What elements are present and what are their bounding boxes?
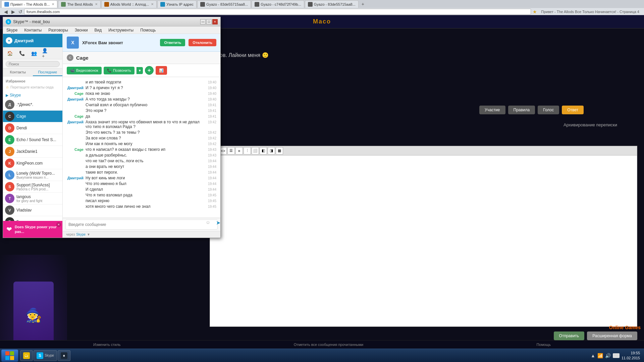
taskbar-file-manager[interactable]: 🗂 bbox=[20, 350, 33, 361]
chat-input[interactable] bbox=[65, 220, 218, 230]
add-participant-button[interactable]: + bbox=[145, 66, 154, 75]
contact-support[interactable]: S Support [SunAcss] Работа с PSN prod... bbox=[3, 181, 62, 193]
skype-footer-link[interactable]: Skype bbox=[76, 233, 86, 236]
call-dropdown-button[interactable]: ▼ bbox=[137, 67, 143, 74]
tab-4[interactable]: Узнать IP адрес bbox=[157, 0, 197, 8]
contact-jack[interactable]: J JackDanie1 bbox=[3, 146, 62, 158]
editor-btn-5[interactable]: ⋮ bbox=[244, 147, 251, 155]
video-call-button[interactable]: 📹 Видеозвонок bbox=[67, 67, 102, 74]
search-input[interactable] bbox=[6, 61, 60, 67]
msg-row-10: Или как я понять не могу 19:42 bbox=[67, 141, 216, 146]
editor-btn-3[interactable]: ☰ bbox=[227, 147, 235, 155]
send-button[interactable]: Отправить bbox=[554, 331, 585, 340]
skype-dropdown-icon[interactable]: ▼ bbox=[87, 233, 90, 236]
menu-conversations[interactable]: Разговоры bbox=[47, 27, 69, 33]
editor-body[interactable] bbox=[210, 156, 637, 326]
avatar-jack: J bbox=[5, 147, 14, 156]
tab-contacts[interactable]: Контакты bbox=[3, 69, 33, 76]
editor-btn-9[interactable]: ▦ bbox=[276, 147, 283, 155]
emoji-button[interactable]: ☺ bbox=[206, 220, 210, 225]
flag-ru[interactable]: RU bbox=[613, 353, 620, 358]
call-answer-button[interactable]: Ответить bbox=[160, 39, 185, 46]
contact-denis[interactable]: Д .*Денис*. bbox=[3, 99, 62, 111]
call-icon[interactable]: 📞 bbox=[18, 49, 26, 57]
action-btn-rules[interactable]: Правила bbox=[508, 106, 535, 114]
contact-king[interactable]: K KingPeon.com bbox=[3, 158, 62, 169]
maximize-button[interactable]: □ bbox=[206, 19, 212, 24]
back-button[interactable]: ◀ bbox=[2, 9, 9, 15]
tab-1[interactable]: Привет - The Allods B... ✕ bbox=[1, 0, 57, 8]
phone-icon: 📞 bbox=[107, 68, 112, 73]
tab-6[interactable]: Gyazo - c748d72f749b... bbox=[252, 0, 304, 8]
editor-btn-4[interactable]: ≡ bbox=[235, 147, 243, 155]
close-button[interactable]: ✕ bbox=[212, 19, 218, 24]
tab-3[interactable]: Allods World :: Аллод... ✕ bbox=[101, 0, 157, 8]
msg-text-14: а они врать не могут bbox=[86, 164, 206, 169]
msg-row-8: Это что месть ? за те темы ? 19:42 bbox=[67, 130, 216, 135]
menu-tools[interactable]: Инструменты bbox=[107, 27, 135, 33]
forward-button[interactable]: ▶ bbox=[9, 9, 17, 15]
msg-text-1: И ? а причен тут я ? bbox=[86, 85, 206, 90]
contact-dendi[interactable]: D Dendi bbox=[3, 122, 62, 134]
taskbar-steam[interactable]: ♦ bbox=[58, 350, 70, 361]
action-btn-participate[interactable]: Участие bbox=[479, 106, 505, 114]
contact-cage[interactable]: C Cage bbox=[3, 111, 62, 122]
menu-calls[interactable]: Звонки bbox=[73, 27, 89, 33]
address-bar[interactable] bbox=[24, 9, 531, 15]
menu-help[interactable]: Помощь bbox=[139, 27, 157, 33]
chart-button[interactable]: 📊 bbox=[156, 66, 167, 75]
bottom-link-1[interactable]: Изменить стиль bbox=[93, 343, 121, 347]
editor-btn-6[interactable]: ⬜ bbox=[252, 147, 259, 155]
tray-icon-1[interactable]: ▲ bbox=[591, 353, 595, 358]
avatar-king: K bbox=[5, 159, 14, 168]
menu-contacts[interactable]: Контакты bbox=[23, 27, 43, 33]
tab-close-2[interactable]: ✕ bbox=[95, 2, 98, 6]
skype-window: S Skype™ - meat_bou — □ ✕ Skype Контакты… bbox=[3, 17, 221, 238]
expand-form-button[interactable]: Расширенная форма bbox=[587, 331, 637, 340]
reload-button[interactable]: ↺ bbox=[17, 9, 24, 15]
editor-btn-8[interactable]: ◨ bbox=[268, 147, 275, 155]
tab-7[interactable]: Gyazo - 83de55715aa8... bbox=[305, 0, 359, 8]
home-icon[interactable]: 🏠 bbox=[6, 49, 14, 57]
tab-close[interactable]: ✕ bbox=[52, 2, 54, 6]
editor-btn-7[interactable]: ◧ bbox=[260, 147, 267, 155]
network-icon[interactable]: 📶 bbox=[597, 353, 603, 358]
bottom-link-2[interactable]: Отметить все сообщения прочитанными bbox=[294, 343, 363, 347]
ad-close-button[interactable]: ✕ bbox=[56, 222, 61, 227]
start-button[interactable] bbox=[1, 350, 18, 362]
tab-recent[interactable]: Последние bbox=[33, 69, 63, 76]
group-icon[interactable]: 👥 bbox=[30, 49, 38, 57]
online-games-logo: Online Games bbox=[609, 325, 641, 330]
minimize-button[interactable]: — bbox=[200, 19, 206, 24]
contact-lonely[interactable]: L Lonely (WoW Topro... Выкупаем ваших п.… bbox=[3, 169, 62, 181]
contact-bogdan[interactable]: Б Богдан bbox=[3, 216, 62, 221]
msg-row-20: писал херню 19:45 bbox=[67, 198, 216, 203]
tab-5[interactable]: Gyazo - 83de55715aa8... bbox=[197, 0, 251, 8]
taskbar-skype[interactable]: S Skype bbox=[34, 350, 57, 361]
contact-echo[interactable]: E Echo / Sound Test S... bbox=[3, 134, 62, 146]
new-tab-button[interactable]: + bbox=[359, 0, 367, 8]
contact-vladslav[interactable]: V Vladslav bbox=[3, 204, 62, 216]
favorite-placeholder: Перетащите контакты сюда bbox=[10, 85, 54, 89]
caller-info: XForex Вам звонит bbox=[82, 40, 157, 45]
avatar-bogdan: Б bbox=[5, 217, 14, 221]
tab-close-3[interactable]: ✕ bbox=[151, 2, 154, 6]
call-button[interactable]: 📞 Позвонить bbox=[104, 67, 135, 74]
send-message-button[interactable]: ➤ bbox=[216, 220, 220, 226]
bookmark-button[interactable]: ★ bbox=[531, 9, 538, 14]
msg-sender-3: Дмитрий bbox=[67, 97, 84, 101]
bottom-link-3[interactable]: Помощь bbox=[536, 343, 551, 347]
menu-view[interactable]: Вид bbox=[93, 27, 103, 33]
add-contact-icon[interactable]: 👤+ bbox=[42, 49, 50, 57]
sidebar-ad[interactable]: ❤ Does Skype power your pas... ✕ bbox=[3, 221, 62, 238]
action-btn-answer[interactable]: Ответ bbox=[562, 106, 584, 114]
skype-chat: X XForex Вам звонит Ответить Отклонить C… bbox=[63, 34, 220, 238]
volume-icon[interactable]: 🔊 bbox=[605, 353, 611, 358]
msg-sender-11: Cage bbox=[67, 147, 84, 152]
skype-icon: S bbox=[6, 19, 11, 24]
tab-2[interactable]: The Best Allods ✕ bbox=[58, 0, 100, 8]
call-decline-button[interactable]: Отклонить bbox=[189, 39, 216, 46]
action-btn-vote[interactable]: Голос bbox=[538, 106, 559, 114]
menu-skype[interactable]: Skype bbox=[5, 27, 19, 33]
contact-tangous[interactable]: T tangous for glory and fight bbox=[3, 193, 62, 204]
